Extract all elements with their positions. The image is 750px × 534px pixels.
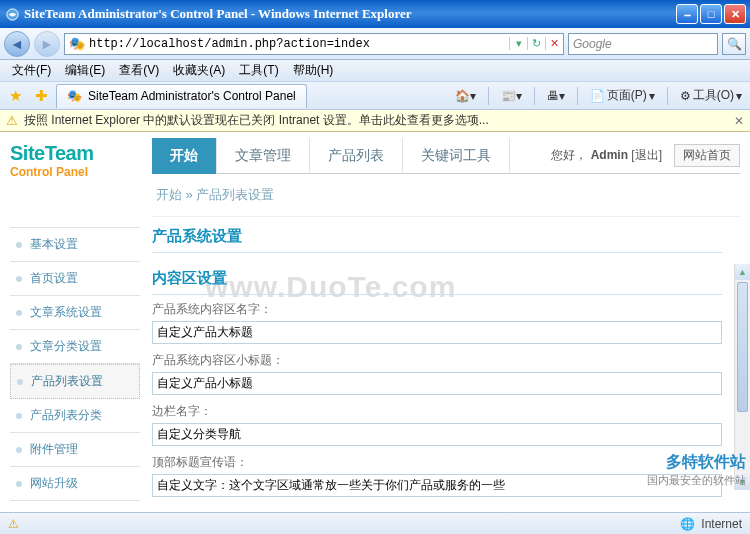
menu-view[interactable]: 查看(V) [113,60,165,81]
page-content: www.DuoTe.com SiteTeam Control Panel 基本设… [0,132,750,512]
brand-logo: SiteTeam Control Panel [10,142,140,179]
sidebar-item-upgrade[interactable]: 网站升级 [10,467,140,501]
menu-help[interactable]: 帮助(H) [287,60,340,81]
menu-bar: 文件(F) 编辑(E) 查看(V) 收藏夹(A) 工具(T) 帮助(H) [0,60,750,82]
user-info: 您好， Admin [退出] 网站首页 [551,144,740,167]
close-button[interactable]: ✕ [724,4,746,24]
refresh-icon[interactable]: ↻ [527,37,545,50]
search-button[interactable]: 🔍 [722,33,746,55]
print-icon[interactable]: 🖶▾ [543,87,569,105]
site-icon: 🎭 [65,36,89,51]
add-favorite-icon[interactable]: ✚ [30,85,52,107]
watermark-footer: 多特软件站 国内最安全的软件站 [647,452,746,488]
logo-line2: Control Panel [10,165,140,179]
sidebar-item-product-list[interactable]: 产品列表设置 [10,364,140,399]
field-top-slogan: 顶部标题宣传语： [152,454,722,497]
lock-icon: ⚠ [8,517,19,531]
sidebar-item-article-sys[interactable]: 文章系统设置 [10,296,140,330]
scroll-up-icon[interactable]: ▲ [735,264,750,280]
scroll-thumb[interactable] [737,282,748,412]
field-sidebar-name: 边栏名字： [152,403,722,446]
menu-file[interactable]: 文件(F) [6,60,57,81]
sidebar-item-attachment[interactable]: 附件管理 [10,433,140,467]
breadcrumb: 开始 » 产品列表设置 [152,174,740,217]
address-bar[interactable]: 🎭 ▾ ↻ ✕ [64,33,564,55]
infobar-text: 按照 Internet Explorer 中的默认设置现在已关闭 Intrane… [24,112,489,129]
zone-label: Internet [701,517,742,531]
input-content-subtitle[interactable] [152,372,722,395]
address-toolbar: ◄ ► 🎭 ▾ ↻ ✕ Google 🔍 [0,28,750,60]
forward-button[interactable]: ► [34,31,60,57]
tools-menu[interactable]: ⚙工具(O)▾ [676,85,746,106]
sidebar-item-product-cat[interactable]: 产品列表分类 [10,399,140,433]
label-content-subtitle: 产品系统内容区小标题： [152,352,722,369]
tab-keywords[interactable]: 关键词工具 [403,138,510,174]
sidebar-list: 基本设置 首页设置 文章系统设置 文章分类设置 产品列表设置 产品列表分类 附件… [10,227,140,501]
tab-start[interactable]: 开始 [152,138,217,174]
sidebar-item-article-cat[interactable]: 文章分类设置 [10,330,140,364]
search-placeholder: Google [573,37,612,51]
globe-icon: 🌐 [680,517,695,531]
site-home-button[interactable]: 网站首页 [674,144,740,167]
label-content-name: 产品系统内容区名字： [152,301,722,318]
menu-tools[interactable]: 工具(T) [233,60,284,81]
minimize-button[interactable]: ‒ [676,4,698,24]
logo-line1: SiteTeam [10,142,140,165]
infobar-close-icon[interactable]: ✕ [734,114,744,128]
information-bar[interactable]: ⚠ 按照 Internet Explorer 中的默认设置现在已关闭 Intra… [0,110,750,132]
stop-icon[interactable]: ✕ [545,37,563,50]
maximize-button[interactable]: □ [700,4,722,24]
page-menu[interactable]: 📄页面(P)▾ [586,85,659,106]
input-top-slogan[interactable] [152,474,722,497]
label-top-slogan: 顶部标题宣传语： [152,454,722,471]
field-content-subtitle: 产品系统内容区小标题： [152,352,722,395]
input-content-name[interactable] [152,321,722,344]
sidebar-item-basic[interactable]: 基本设置 [10,228,140,262]
warning-icon: ⚠ [6,113,18,128]
window-title: SiteTeam Administrator's Control Panel -… [24,6,676,22]
label-sidebar-name: 边栏名字： [152,403,722,420]
status-bar: ⚠ 🌐 Internet [0,512,750,534]
back-button[interactable]: ◄ [4,31,30,57]
logout-link[interactable]: [退出] [631,148,662,162]
tab-products[interactable]: 产品列表 [310,138,403,174]
favorites-icon[interactable]: ★ [4,85,26,107]
search-box[interactable]: Google [568,33,718,55]
tab-articles[interactable]: 文章管理 [217,138,310,174]
url-input[interactable] [89,37,509,51]
browser-tab[interactable]: 🎭 SiteTeam Administrator's Control Panel [56,84,307,108]
menu-favorites[interactable]: 收藏夹(A) [167,60,231,81]
tab-icon: 🎭 [67,89,82,103]
panel-tabs: 开始 文章管理 产品列表 关键词工具 您好， Admin [退出] 网站首页 [152,138,740,174]
username: Admin [591,148,628,162]
tab-toolbar: ★ ✚ 🎭 SiteTeam Administrator's Control P… [0,82,750,110]
section-content-area: 内容区设置 [152,259,722,295]
menu-edit[interactable]: 编辑(E) [59,60,111,81]
sidebar-item-home[interactable]: 首页设置 [10,262,140,296]
address-dropdown-icon[interactable]: ▾ [509,37,527,50]
feeds-icon[interactable]: 📰▾ [497,87,526,105]
sidebar: SiteTeam Control Panel 基本设置 首页设置 文章系统设置 … [10,138,140,512]
input-sidebar-name[interactable] [152,423,722,446]
tab-title: SiteTeam Administrator's Control Panel [88,89,296,103]
home-icon[interactable]: 🏠▾ [451,87,480,105]
window-titlebar: SiteTeam Administrator's Control Panel -… [0,0,750,28]
section-product-system: 产品系统设置 [152,217,722,253]
ie-icon [4,6,20,22]
field-content-name: 产品系统内容区名字： [152,301,722,344]
